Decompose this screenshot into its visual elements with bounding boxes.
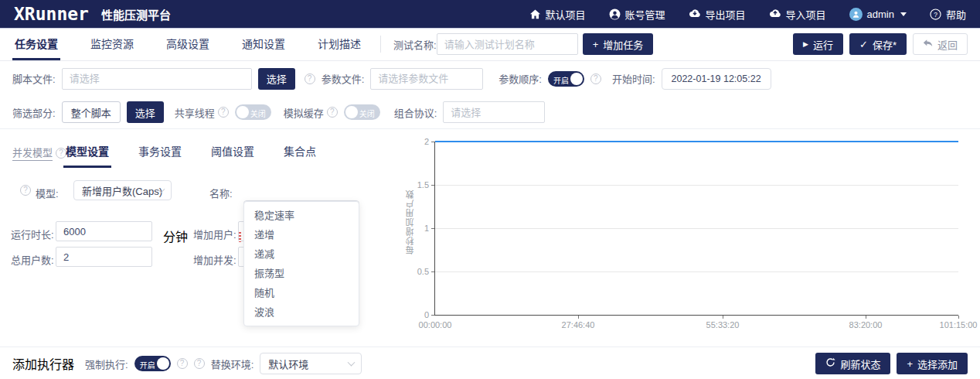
x-tick — [578, 316, 579, 319]
form-row-script: 脚本文件: 选择 ? 参数文件: 参数顺序: 开启 ? 开始时间: 2022-0… — [0, 61, 980, 96]
protocol-input[interactable] — [443, 101, 545, 123]
plus-icon: + — [593, 39, 599, 50]
tab-model-settings[interactable]: 模型设置 — [63, 137, 111, 168]
filter-value-box[interactable]: 整个脚本 — [62, 101, 121, 123]
tab-rendezvous-point[interactable]: 集合点 — [281, 137, 318, 168]
nav-user-menu[interactable]: admin — [849, 8, 907, 21]
question-icon[interactable]: ? — [177, 358, 188, 369]
app-title: 性能压测平台 — [101, 6, 171, 22]
start-time-input[interactable]: 2022-01-19 12:05:22 — [662, 68, 771, 90]
add-executor-label: 添加执行器 — [12, 354, 74, 373]
run-button[interactable]: ▶ 运行 — [793, 33, 843, 55]
save-button[interactable]: ✓ 保存* — [849, 33, 907, 55]
check-icon: ✓ — [859, 39, 868, 50]
total-users-input[interactable] — [56, 247, 152, 267]
add-user-label: 增加用户: — [193, 227, 236, 241]
user-rate-chart: 每秒增加用户数 00.511.5200:00:0027:46:4055:33:2… — [400, 129, 980, 347]
tab-monitor-resources[interactable]: 监控资源 — [88, 28, 136, 60]
question-icon[interactable]: ? — [590, 73, 601, 84]
start-time-label: 开始时间: — [612, 71, 655, 86]
x-tick-label: 55:33:20 — [706, 320, 740, 329]
dropdown-option[interactable]: 递减 — [244, 244, 359, 264]
question-icon[interactable]: ? — [305, 73, 315, 84]
executor-bar: 添加执行器 强制执行: 开启 ? ? 替换环境: 默认环境 刷新状态 + 选择添… — [0, 347, 980, 379]
nav-import-project[interactable]: 导入项目 — [769, 7, 826, 22]
tab-task-settings[interactable]: 任务设置 — [12, 28, 60, 60]
duration-input[interactable] — [56, 221, 152, 241]
nav-export-label: 导出项目 — [706, 7, 746, 22]
tab-transaction-settings[interactable]: 事务设置 — [136, 137, 184, 168]
model-select[interactable]: 新增用户数(Caps) — [73, 180, 172, 200]
chart-plot-area: 00.511.5200:00:0027:46:4055:33:2083:20:0… — [434, 142, 958, 316]
toggle-knob — [236, 106, 249, 118]
name-label: 名称: — [209, 186, 233, 200]
simulate-cache-toggle[interactable]: 关闭 — [344, 104, 380, 120]
env-select[interactable]: 默认环境 — [260, 353, 362, 374]
y-tick — [431, 271, 434, 272]
x-tick — [958, 316, 959, 319]
test-name-label: 测试名称: — [393, 37, 437, 52]
dropdown-option[interactable]: 波浪 — [244, 302, 359, 322]
add-concurrent-label: 增加并发: — [193, 252, 236, 267]
toggle-knob — [345, 106, 358, 118]
chevron-down-icon — [900, 12, 907, 16]
nav-help[interactable]: ? 帮助 — [930, 7, 966, 22]
tab-plan-description[interactable]: 计划描述 — [315, 28, 363, 60]
y-tick-label: 0.5 — [401, 267, 429, 276]
select-add-button[interactable]: + 选择添加 — [897, 353, 968, 374]
tab-advanced-settings[interactable]: 高级设置 — [164, 28, 212, 60]
action-buttons: ▶ 运行 ✓ 保存* 返回 — [793, 33, 968, 55]
question-icon[interactable]: ? — [327, 107, 338, 118]
nav-help-label: 帮助 — [946, 7, 966, 22]
name-select-dropdown: 稳定速率 递增 递减 振荡型 随机 波浪 — [243, 201, 359, 326]
x-tick-label: 83:20:00 — [849, 320, 883, 329]
nav-import-label: 导入项目 — [786, 7, 826, 22]
nav-default-project[interactable]: 默认项目 — [529, 7, 586, 22]
duration-label: 运行时长: — [11, 227, 54, 241]
divider — [380, 36, 381, 53]
add-task-button[interactable]: + 增加任务 — [583, 33, 654, 55]
filter-select-button[interactable]: 选择 — [127, 101, 164, 123]
question-icon[interactable]: ? — [20, 185, 31, 196]
navbar-menu: 默认项目 账号管理 导出项目 导入项目 admin ? 帮助 — [529, 7, 967, 22]
nav-account-label: 账号管理 — [625, 7, 665, 22]
x-tick-label: 27:46:40 — [562, 320, 595, 329]
force-run-label: 强制执行: — [85, 357, 128, 371]
refresh-status-button[interactable]: 刷新状态 — [815, 353, 890, 374]
form-row-filter: 筛选部分: 整个脚本 选择 共享线程 ? 关闭 模拟缓存 ? 关闭 组合协议: — [0, 96, 980, 129]
param-order-toggle[interactable]: 开启 — [548, 71, 584, 87]
task-tabs: 任务设置 监控资源 高级设置 通知设置 计划描述 — [12, 28, 363, 60]
nav-export-project[interactable]: 导出项目 — [689, 7, 746, 22]
y-tick — [431, 228, 434, 229]
script-file-input[interactable] — [62, 68, 252, 90]
test-name-input[interactable] — [437, 33, 578, 55]
dropdown-option[interactable]: 振荡型 — [244, 264, 359, 283]
force-run-toggle[interactable]: 开启 — [134, 356, 171, 371]
question-icon[interactable]: ? — [218, 107, 229, 118]
toggle-knob — [157, 357, 169, 370]
dropdown-option[interactable]: 递增 — [244, 225, 359, 244]
dropdown-option[interactable]: 随机 — [244, 283, 359, 302]
back-button[interactable]: 返回 — [913, 33, 968, 55]
question-icon[interactable]: ? — [194, 358, 205, 369]
help-icon: ? — [930, 9, 941, 20]
main-area: 并发模型 ? 模型设置 事务设置 阈值设置 集合点 ? 模型: 新增用户数(Ca… — [0, 129, 980, 347]
share-thread-toggle[interactable]: 关闭 — [235, 104, 271, 120]
model-panel-tabs: 模型设置 事务设置 阈值设置 集合点 — [63, 137, 318, 168]
nav-account-management[interactable]: 账号管理 — [609, 7, 665, 22]
param-file-input[interactable] — [370, 68, 483, 90]
replace-env-label: 替换环境: — [211, 357, 254, 371]
task-tabbar: 任务设置 监控资源 高级设置 通知设置 计划描述 测试名称: + 增加任务 ▶ … — [0, 28, 980, 61]
share-thread-label: 共享线程 — [175, 105, 215, 120]
tab-notification-settings[interactable]: 通知设置 — [240, 28, 288, 60]
home-icon — [529, 9, 541, 20]
user-icon — [609, 9, 621, 20]
dropdown-option[interactable]: 稳定速率 — [244, 206, 359, 225]
script-select-button[interactable]: 选择 — [258, 68, 295, 90]
tab-threshold-settings[interactable]: 阈值设置 — [209, 137, 257, 168]
gridline — [435, 185, 958, 186]
y-tick — [431, 142, 434, 142]
filter-part-label: 筛选部分: — [12, 105, 56, 120]
nav-default-project-label: 默认项目 — [546, 7, 586, 22]
model-label: 模型: — [36, 186, 59, 200]
